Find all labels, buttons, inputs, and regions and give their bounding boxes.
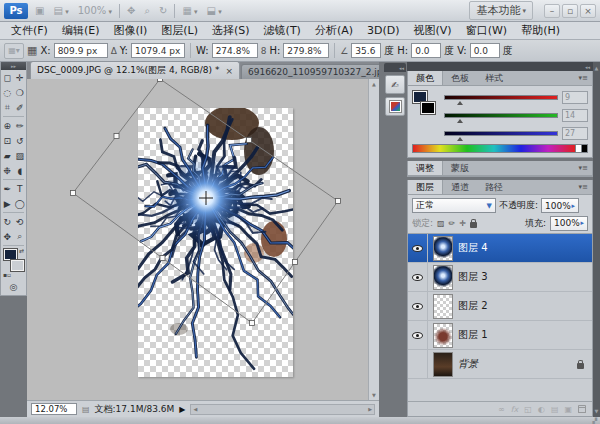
layer-thumbnail[interactable] xyxy=(433,294,453,319)
panel-tab[interactable]: 颜色 xyxy=(408,71,443,85)
color-slider-track[interactable] xyxy=(444,113,558,118)
path-selection-tool[interactable]: ▶ xyxy=(1,196,14,211)
layer-row[interactable]: 图层 4 xyxy=(408,234,592,263)
link-layers-icon[interactable]: ∞ xyxy=(498,405,505,414)
black-well[interactable] xyxy=(582,144,588,153)
screen-mode-icon[interactable]: ⬓ xyxy=(205,5,224,16)
close-icon[interactable]: × xyxy=(225,66,233,76)
layer-row[interactable]: 背景 xyxy=(408,350,592,379)
rotate-view-icon[interactable]: ↻ xyxy=(157,5,169,16)
move-tool[interactable]: ✛ xyxy=(14,70,27,85)
add-mask-icon[interactable]: ◱ xyxy=(524,405,532,414)
layer-thumbnail[interactable] xyxy=(433,236,453,261)
color-slider-handle[interactable] xyxy=(457,119,463,123)
x-input[interactable]: 809.9 px xyxy=(54,43,108,58)
canvas-viewport[interactable]: ▲▼ xyxy=(27,79,379,400)
panel-menu-icon[interactable]: ▾≡ xyxy=(575,161,592,175)
color-slider-handle[interactable] xyxy=(457,137,463,141)
menu-item[interactable]: 滤镜(T) xyxy=(257,22,308,39)
view-extras-icon[interactable]: ▤ xyxy=(51,5,70,16)
lock-position-icon[interactable]: ✛ xyxy=(459,219,466,228)
menu-item[interactable]: 分析(A) xyxy=(308,22,360,39)
brush-tool[interactable]: ✏ xyxy=(14,118,27,133)
v-skew-input[interactable]: 0.0 xyxy=(470,43,500,58)
dodge-tool[interactable]: ◖ xyxy=(14,163,27,178)
color-slider-track[interactable] xyxy=(444,131,558,136)
status-menu-arrow-icon[interactable]: ▶ xyxy=(179,405,185,414)
zoom-tool-icon[interactable]: ⌕ xyxy=(142,5,152,17)
menu-item[interactable]: 选择(S) xyxy=(205,22,257,39)
menu-item[interactable]: 文件(F) xyxy=(4,22,55,39)
dock-scrollbar[interactable]: ▲▼ xyxy=(593,62,600,417)
panel-menu-icon[interactable]: ▾≡ xyxy=(575,180,592,194)
3d-rotate-tool[interactable]: ↻ xyxy=(1,214,14,229)
hand-tool[interactable]: ✥ xyxy=(1,229,14,244)
menu-item[interactable]: 视图(V) xyxy=(407,22,459,39)
color-slider-track[interactable] xyxy=(444,95,558,100)
tools-panel-header[interactable]: ▸▸ xyxy=(1,62,26,70)
minimize-button[interactable]: – xyxy=(544,4,560,18)
color-slider-handle[interactable] xyxy=(457,101,463,105)
healing-brush-tool[interactable]: ⊕ xyxy=(1,118,14,133)
visibility-toggle[interactable] xyxy=(408,350,428,378)
history-brush-panel-icon[interactable]: ✍ xyxy=(385,75,405,94)
height-input[interactable]: 279.8% xyxy=(283,43,329,58)
layer-row[interactable]: 图层 1 xyxy=(408,321,592,350)
lock-image-pixels-icon[interactable]: ✏ xyxy=(449,219,456,228)
panel-tab[interactable]: 调整 xyxy=(408,161,443,175)
swap-colors-icon[interactable]: ⇄ xyxy=(19,247,24,254)
new-layer-icon[interactable]: ▣ xyxy=(564,405,572,414)
delete-layer-icon[interactable] xyxy=(578,405,586,413)
relative-position-icon[interactable]: Δ xyxy=(111,46,117,56)
restore-button[interactable]: ▫ xyxy=(562,4,578,18)
y-input[interactable]: 1079.4 px xyxy=(131,43,185,58)
pen-tool[interactable]: ✒ xyxy=(1,181,14,196)
layer-name[interactable]: 图层 1 xyxy=(458,328,488,342)
panel-tab[interactable]: 蒙版 xyxy=(443,161,477,175)
workspace-switcher[interactable]: 基本功能 ▾ xyxy=(469,1,533,20)
panel-tab[interactable]: 图层 xyxy=(408,180,443,194)
opacity-field[interactable]: 100% ▸ xyxy=(541,198,579,213)
menu-item[interactable]: 窗口(W) xyxy=(459,22,514,39)
crop-tool[interactable]: ⌗ xyxy=(1,100,14,115)
foreground-color-swatch[interactable] xyxy=(4,249,17,260)
color-value-field[interactable]: 27 xyxy=(562,127,588,140)
type-tool[interactable]: T xyxy=(14,181,27,196)
menu-item[interactable]: 编辑(E) xyxy=(55,22,107,39)
layer-thumbnail[interactable] xyxy=(433,323,453,348)
layer-thumbnail[interactable] xyxy=(433,352,453,377)
visibility-toggle[interactable] xyxy=(408,292,428,320)
menu-item[interactable]: 图层(L) xyxy=(154,22,205,39)
panel-tab[interactable]: 样式 xyxy=(477,71,511,85)
adjustment-layer-icon[interactable]: ◐ xyxy=(538,405,545,414)
width-input[interactable]: 274.8% xyxy=(212,43,258,58)
background-color-swatch[interactable] xyxy=(421,102,435,114)
horizontal-scrollbar[interactable]: ◀▶ xyxy=(190,404,375,415)
layer-style-icon[interactable]: fx xyxy=(511,405,519,414)
color-value-field[interactable]: 14 xyxy=(562,109,588,122)
close-button[interactable]: × xyxy=(580,4,596,18)
default-colors-icon[interactable]: ▪▫ xyxy=(3,271,11,278)
bridge-icon[interactable]: ▣ xyxy=(33,5,46,16)
hand-icon[interactable]: ✥ xyxy=(125,5,137,16)
zoom-tool[interactable]: ⌕ xyxy=(14,229,27,244)
panel-tab[interactable]: 路径 xyxy=(477,180,511,194)
layer-name[interactable]: 图层 2 xyxy=(458,299,488,313)
link-dimensions-icon[interactable]: 8 xyxy=(261,46,267,56)
panel-tab[interactable]: 色板 xyxy=(443,71,477,85)
color-ramp[interactable] xyxy=(408,142,592,157)
clone-stamp-tool[interactable]: ⊡ xyxy=(1,133,14,148)
blend-mode-select[interactable]: 正常 ▼ xyxy=(412,198,496,213)
resize-grip[interactable]: ▞ xyxy=(592,417,598,424)
document-tab[interactable]: DSC_0009.JPG @ 12.1%(图层 4, RGB/8) * × xyxy=(30,61,240,79)
vertical-scrollbar[interactable]: ▲▼ xyxy=(368,79,379,400)
rectangular-marquee-tool[interactable]: ◻ xyxy=(1,70,14,85)
history-brush-tool[interactable]: ↺ xyxy=(14,133,27,148)
tool-preset-picker[interactable]: ▦▾ xyxy=(4,43,24,59)
menu-item[interactable]: 帮助(H) xyxy=(514,22,567,39)
visibility-toggle[interactable] xyxy=(408,263,428,291)
panel-menu-icon[interactable]: ▾≡ xyxy=(575,71,592,85)
fill-field[interactable]: 100% ▸ xyxy=(550,216,588,231)
layer-name[interactable]: 背景 xyxy=(458,357,478,371)
lasso-tool[interactable]: ◌ xyxy=(1,85,14,100)
